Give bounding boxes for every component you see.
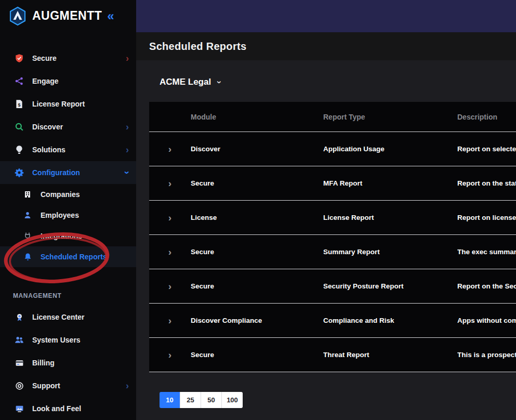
description-cell: Apps without comp	[457, 317, 516, 324]
sidebar: AUGMENTT « Secure›Engage$License ReportD…	[0, 0, 136, 420]
chevron-right-icon: ›	[126, 145, 129, 154]
augmentt-app: AUGMENTT « Secure›Engage$License ReportD…	[0, 0, 516, 420]
table-body: ›DiscoverApplication UsageReport on sele…	[149, 132, 516, 372]
row-expand-cell: ›	[149, 316, 191, 325]
content-area: ACME Legal › Module Report Type Descript…	[136, 60, 516, 420]
building-icon	[22, 189, 33, 200]
brand-name: AUGMENTT	[32, 9, 102, 23]
chevron-right-icon: ›	[126, 122, 129, 132]
sidebar-item-system-users[interactable]: System Users	[0, 329, 136, 351]
page-size-button-50[interactable]: 50	[201, 392, 222, 408]
sidebar-item-label: License Report	[32, 100, 129, 108]
row-expand-cell: ›	[149, 247, 191, 257]
sidebar-item-label: Look and Feel	[32, 404, 129, 413]
column-header-module: Module	[191, 113, 323, 121]
description-cell: Report on the Secu	[457, 282, 516, 290]
sidebar-item-secure[interactable]: Secure›	[0, 47, 136, 70]
sidebar-item-scheduled-reports[interactable]: Scheduled Reports	[0, 246, 136, 267]
search-icon	[14, 122, 24, 132]
sidebar-item-label: Scheduled Reports	[41, 253, 129, 261]
scheduled-reports-table: Module Report Type Description ›Discover…	[149, 102, 516, 372]
row-expand-cell: ›	[149, 144, 191, 154]
company-selector[interactable]: ACME Legal ›	[149, 60, 221, 102]
svg-text:$: $	[18, 102, 20, 108]
integrations-icon	[22, 231, 33, 241]
sidebar-item-configuration[interactable]: Configuration›	[0, 161, 136, 184]
description-cell: Report on selected	[457, 145, 516, 153]
chevron-right-icon[interactable]: ›	[168, 213, 171, 222]
table-row[interactable]: ›SecureSecurity Posture ReportReport on …	[149, 269, 516, 304]
chevron-right-icon[interactable]: ›	[168, 281, 171, 291]
bell-icon	[22, 252, 33, 262]
sidebar-item-employees[interactable]: Employees	[0, 205, 136, 226]
sidebar-item-engage[interactable]: Engage	[0, 70, 136, 93]
row-expand-cell: ›	[149, 281, 191, 291]
page-size-button-10[interactable]: 10	[160, 392, 180, 408]
chevron-right-icon[interactable]: ›	[168, 350, 171, 360]
report-type-cell: License Report	[323, 214, 457, 221]
sidebar-item-license-center[interactable]: License Center	[0, 306, 136, 329]
sidebar-item-label: Companies	[41, 190, 129, 199]
sidebar-item-label: License Center	[32, 313, 129, 321]
sidebar-collapse-icon[interactable]: «	[107, 10, 114, 22]
sidebar-item-label: Billing	[32, 359, 129, 367]
sidebar-item-integrations[interactable]: Integrations	[0, 226, 136, 246]
table-row[interactable]: ›Discover ComplianceCompliance and RiskA…	[149, 304, 516, 338]
table-row[interactable]: ›DiscoverApplication UsageReport on sele…	[149, 132, 516, 166]
table-row[interactable]: ›SecureThreat ReportThis is a prospectin	[149, 338, 516, 372]
description-cell: Report on the statu	[457, 179, 516, 187]
table-row[interactable]: ›SecureMFA ReportReport on the statu	[149, 166, 516, 201]
chevron-down-icon: ›	[123, 171, 132, 174]
column-header-description: Description	[457, 113, 516, 121]
report-type-cell: Security Posture Report	[323, 282, 457, 290]
row-expand-cell: ›	[149, 178, 191, 188]
chevron-right-icon: ›	[126, 54, 129, 63]
chevron-right-icon[interactable]: ›	[168, 316, 171, 325]
pagination: 102550100	[160, 392, 243, 408]
module-cell: Secure	[191, 179, 323, 187]
page-size-button-25[interactable]: 25	[180, 392, 201, 408]
lightbulb-icon	[14, 145, 24, 155]
monitor-icon	[14, 403, 24, 414]
chevron-right-icon[interactable]: ›	[168, 247, 171, 257]
row-expand-cell: ›	[149, 350, 191, 360]
sidebar-item-companies[interactable]: Companies	[0, 184, 136, 205]
description-cell: This is a prospectin	[457, 351, 516, 359]
report-type-cell: Threat Report	[323, 351, 457, 359]
billing-icon	[14, 358, 24, 368]
main-area: Scheduled Reports ACME Legal › Module Re…	[136, 0, 516, 420]
description-cell: Report on license u	[457, 214, 516, 221]
sidebar-item-label: Engage	[32, 77, 129, 85]
sidebar-item-label: Configuration	[32, 168, 118, 177]
sidebar-item-solutions[interactable]: Solutions›	[0, 138, 136, 161]
table-header-row: Module Report Type Description	[149, 102, 516, 132]
module-cell: License	[191, 214, 323, 221]
sidebar-management-nav: License CenterSystem UsersBillingSupport…	[0, 306, 136, 420]
table-row[interactable]: ›SecureSummary ReportThe exec summary	[149, 235, 516, 269]
sidebar-item-support[interactable]: Support›	[0, 374, 136, 397]
sidebar-item-discover[interactable]: Discover›	[0, 115, 136, 138]
gear-icon	[14, 167, 24, 178]
shield-icon	[14, 53, 24, 63]
sidebar-item-look-and-feel[interactable]: Look and Feel	[0, 397, 136, 420]
sidebar-item-label: System Users	[32, 336, 129, 344]
table-row[interactable]: ›LicenseLicense ReportReport on license …	[149, 201, 516, 235]
sidebar-item-license-report[interactable]: $License Report	[0, 93, 136, 115]
badge-icon	[14, 312, 24, 322]
engage-icon	[14, 76, 24, 86]
sidebar-item-label: Solutions	[32, 146, 118, 154]
module-cell: Secure	[191, 351, 323, 359]
page-size-button-100[interactable]: 100	[222, 392, 243, 408]
sidebar-nav: Secure›Engage$License ReportDiscover›Sol…	[0, 32, 136, 267]
sidebar-item-billing[interactable]: Billing	[0, 351, 136, 374]
column-header-report-type: Report Type	[323, 113, 457, 121]
row-expand-cell: ›	[149, 213, 191, 222]
top-navbar	[136, 0, 516, 32]
sidebar-item-label: Secure	[32, 54, 118, 62]
module-cell: Secure	[191, 282, 323, 290]
chevron-right-icon[interactable]: ›	[168, 144, 171, 154]
chevron-right-icon[interactable]: ›	[168, 178, 171, 188]
company-selector-value: ACME Legal	[160, 77, 211, 87]
report-type-cell: Summary Report	[323, 248, 457, 256]
sidebar-item-label: Integrations	[41, 232, 129, 240]
